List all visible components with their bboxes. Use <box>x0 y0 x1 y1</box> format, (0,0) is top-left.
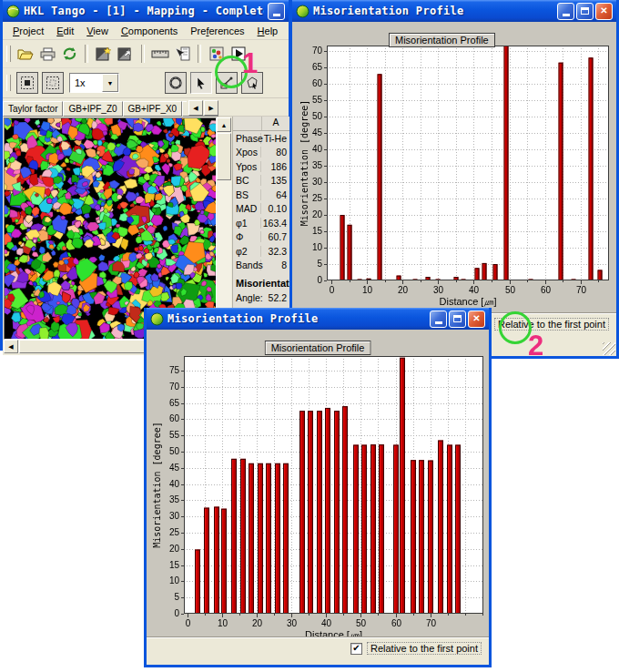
pointer-icon <box>195 76 208 90</box>
cursor-box-icon <box>174 46 190 61</box>
data-row: Ypos186 <box>233 159 289 174</box>
minimize-button[interactable] <box>430 311 447 328</box>
combo-dropdown-button[interactable]: ▼ <box>102 74 118 92</box>
refresh-icon <box>62 46 77 61</box>
profile2-footer: ✔ Relative to the first point <box>147 636 489 665</box>
printer-icon <box>40 47 56 61</box>
column-header: A <box>262 117 289 130</box>
select-area-button[interactable] <box>16 72 38 94</box>
menu-item-edit[interactable]: Edit <box>50 24 80 38</box>
data-row: φ232.3 <box>233 244 289 259</box>
profile2-titlebar[interactable]: Misorientation Profile ✕ <box>147 308 489 330</box>
menu-item-preferences[interactable]: Preferences <box>184 24 250 38</box>
menu-bar: ProjectEditViewComponentsPreferencesHelp <box>3 22 289 40</box>
open-folder-icon <box>17 47 34 61</box>
ruler-icon <box>151 47 169 60</box>
annotation-number-1: 1 <box>242 49 258 77</box>
misorientation-chart-1 <box>298 25 614 313</box>
maximize-button[interactable] <box>449 311 466 328</box>
pointer-tool-button[interactable] <box>190 72 212 94</box>
misorientation-profile-window-1: Misorientation Profile ✕ Misorientation … <box>289 0 619 359</box>
menu-item-help[interactable]: Help <box>251 24 285 38</box>
screenshot-stage: HKL Tango - [1] - Mapping - Complete Dat… <box>0 0 619 672</box>
refresh-button[interactable] <box>58 44 80 65</box>
chart2-title-box: Misorientation Profile <box>265 341 371 355</box>
new-map-button[interactable] <box>93 44 115 65</box>
tab-gb-ipf-z0[interactable]: GB+IPF_Z0 <box>63 101 122 117</box>
maximize-button[interactable] <box>576 3 594 20</box>
select-area-outline-button[interactable] <box>42 72 64 94</box>
toolbar-separator <box>85 45 88 63</box>
map-star-icon <box>96 46 112 61</box>
misorientation-chart-2 <box>148 335 487 637</box>
menu-item-project[interactable]: Project <box>6 24 50 38</box>
toolbar-separator <box>198 45 201 63</box>
select-info-button[interactable] <box>171 44 193 65</box>
tab-scroll-right-button[interactable]: ▶ <box>204 100 218 116</box>
export-map-button[interactable] <box>115 44 137 65</box>
misorientation-section-header: Misorientation <box>233 272 289 290</box>
misorientation-profile-window-2: Misorientation Profile ✕ Misorientation … <box>144 308 492 667</box>
rotation-wheel-button[interactable] <box>165 72 187 94</box>
map-vertical-scrollbar[interactable]: ▲ ▼ <box>217 117 231 338</box>
toolbar-separator <box>141 45 145 63</box>
data-row: BS64 <box>233 188 289 202</box>
data-row: BC135 <box>233 174 289 188</box>
app-icon <box>6 5 20 18</box>
menu-item-components[interactable]: Components <box>115 24 184 38</box>
data-row: φ1163.4 <box>233 216 289 230</box>
annotation-number-2: 2 <box>528 331 543 360</box>
data-panel-header: A <box>233 117 289 131</box>
area-select-icon <box>20 76 35 90</box>
close-button[interactable]: ✕ <box>595 3 613 20</box>
print-button[interactable] <box>36 44 58 65</box>
app-icon <box>296 5 310 18</box>
profile1-window-title: Misorientation Profile <box>313 5 553 17</box>
annotation-circle-2 <box>499 311 532 344</box>
data-row: MAD0.10 <box>233 202 289 217</box>
profile2-window-title: Misorientation Profile <box>167 312 426 325</box>
area-select-outline-icon <box>46 76 60 90</box>
hscroll-thumb[interactable] <box>19 340 165 353</box>
misorientation-row: Angle:52.2 <box>233 290 289 305</box>
zoom-level-combo[interactable]: 1x ▼ <box>69 73 119 93</box>
data-row: PhaseTi-He <box>233 131 289 146</box>
relative-first-point-label: Relative to the first point <box>367 642 482 655</box>
vscroll-thumb[interactable] <box>217 133 231 180</box>
open-project-button[interactable] <box>15 44 36 65</box>
minimize-button[interactable] <box>268 3 285 20</box>
wheel-icon <box>168 76 183 90</box>
scroll-up-button[interactable]: ▲ <box>217 117 231 132</box>
app-icon <box>150 312 164 326</box>
tab-taylor-factor[interactable]: Taylor factor <box>3 101 63 117</box>
data-panel-rows: PhaseTi-HeXpos80Ypos186BC135BS64MAD0.10φ… <box>233 131 289 272</box>
main-window-title: HKL Tango - [1] - Mapping - Complete Dat… <box>24 5 264 17</box>
zoom-level-value: 1x <box>70 77 102 88</box>
map-arrow-icon <box>117 46 134 61</box>
tab-scroll-left-button[interactable]: ◀ <box>188 100 203 116</box>
data-row: Φ60.7 <box>233 230 289 245</box>
main-titlebar[interactable]: HKL Tango - [1] - Mapping - Complete Dat… <box>3 0 289 22</box>
scroll-left-button[interactable]: ◀ <box>4 340 18 353</box>
profile1-titlebar[interactable]: Misorientation Profile ✕ <box>292 0 616 22</box>
toolbar-grip[interactable] <box>6 75 11 91</box>
close-button[interactable]: ✕ <box>468 311 485 328</box>
resize-grip[interactable] <box>603 342 615 355</box>
data-row: Xpos80 <box>233 146 289 160</box>
ebsd-map[interactable] <box>4 117 217 340</box>
toolbar-grip[interactable] <box>6 46 11 62</box>
menu-item-view[interactable]: View <box>80 24 115 38</box>
relative-first-point-checkbox[interactable]: ✔ <box>350 643 362 655</box>
minimize-button[interactable] <box>557 3 574 20</box>
measure-button[interactable] <box>149 44 171 65</box>
map-tab-bar: Taylor factorGB+IPF_Z0GB+IPF_X0GB+SFPB+G… <box>3 98 218 117</box>
tab-gb-ipf-x0[interactable]: GB+IPF_X0 <box>123 101 183 117</box>
data-row: Bands8 <box>233 259 289 273</box>
chart1-title-box: Misorientation Profile <box>389 33 495 47</box>
